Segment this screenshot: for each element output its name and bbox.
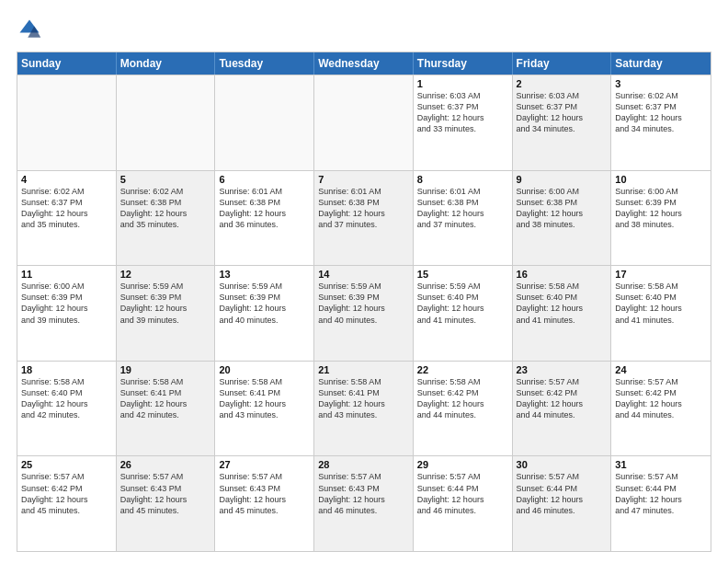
day-number: 1 (417, 78, 508, 89)
day-info: Sunrise: 5:58 AM Sunset: 6:40 PM Dayligh… (517, 281, 608, 326)
calendar-row: 4Sunrise: 6:02 AM Sunset: 6:37 PM Daylig… (17, 170, 711, 266)
day-number: 31 (615, 459, 707, 470)
day-info: Sunrise: 6:03 AM Sunset: 6:37 PM Dayligh… (517, 90, 608, 135)
day-number: 26 (120, 459, 211, 470)
calendar: SundayMondayTuesdayWednesdayThursdayFrid… (17, 52, 711, 552)
day-info: Sunrise: 6:01 AM Sunset: 6:38 PM Dayligh… (318, 186, 409, 231)
day-info: Sunrise: 5:58 AM Sunset: 6:40 PM Dayligh… (615, 281, 707, 326)
day-number: 27 (219, 459, 310, 470)
day-number: 28 (318, 459, 409, 470)
calendar-day-header: Friday (513, 52, 612, 75)
day-info: Sunrise: 5:57 AM Sunset: 6:42 PM Dayligh… (517, 376, 608, 421)
calendar-cell: 22Sunrise: 5:58 AM Sunset: 6:42 PM Dayli… (414, 362, 513, 456)
calendar-cell: 15Sunrise: 5:59 AM Sunset: 6:40 PM Dayli… (414, 266, 513, 361)
calendar-cell: 6Sunrise: 6:01 AM Sunset: 6:38 PM Daylig… (215, 171, 314, 266)
logo (17, 17, 46, 42)
calendar-cell: 18Sunrise: 5:58 AM Sunset: 6:40 PM Dayli… (17, 362, 117, 456)
calendar-cell: 10Sunrise: 6:00 AM Sunset: 6:39 PM Dayli… (611, 171, 711, 266)
calendar-cell: 2Sunrise: 6:03 AM Sunset: 6:37 PM Daylig… (513, 75, 612, 170)
calendar-header: SundayMondayTuesdayWednesdayThursdayFrid… (17, 52, 711, 75)
day-info: Sunrise: 6:02 AM Sunset: 6:37 PM Dayligh… (21, 186, 112, 231)
calendar-cell: 26Sunrise: 5:57 AM Sunset: 6:43 PM Dayli… (117, 456, 216, 551)
logo-icon (17, 17, 42, 42)
calendar-cell: 24Sunrise: 5:57 AM Sunset: 6:42 PM Dayli… (611, 362, 711, 456)
day-number: 21 (318, 364, 409, 375)
day-info: Sunrise: 5:58 AM Sunset: 6:40 PM Dayligh… (21, 376, 112, 421)
day-number: 20 (219, 364, 310, 375)
day-number: 6 (219, 174, 310, 185)
day-number: 9 (517, 174, 608, 185)
day-info: Sunrise: 5:58 AM Sunset: 6:42 PM Dayligh… (417, 376, 508, 421)
calendar-cell: 30Sunrise: 5:57 AM Sunset: 6:44 PM Dayli… (513, 456, 612, 551)
calendar-cell: 27Sunrise: 5:57 AM Sunset: 6:43 PM Dayli… (215, 456, 314, 551)
day-number: 23 (517, 364, 608, 375)
day-number: 11 (21, 269, 112, 280)
calendar-cell: 16Sunrise: 5:58 AM Sunset: 6:40 PM Dayli… (513, 266, 612, 361)
day-number: 12 (120, 269, 211, 280)
calendar-cell (314, 75, 414, 170)
day-number: 22 (417, 364, 508, 375)
day-number: 5 (120, 174, 211, 185)
day-number: 3 (615, 78, 707, 89)
day-number: 14 (318, 269, 409, 280)
calendar-day-header: Thursday (414, 52, 513, 75)
day-info: Sunrise: 6:03 AM Sunset: 6:37 PM Dayligh… (417, 90, 508, 135)
day-number: 2 (517, 78, 608, 89)
calendar-row: 1Sunrise: 6:03 AM Sunset: 6:37 PM Daylig… (17, 75, 711, 170)
calendar-cell: 4Sunrise: 6:02 AM Sunset: 6:37 PM Daylig… (17, 171, 117, 266)
calendar-cell: 17Sunrise: 5:58 AM Sunset: 6:40 PM Dayli… (611, 266, 711, 361)
day-info: Sunrise: 5:58 AM Sunset: 6:41 PM Dayligh… (120, 376, 211, 421)
calendar-cell: 29Sunrise: 5:57 AM Sunset: 6:44 PM Dayli… (414, 456, 513, 551)
calendar-cell: 21Sunrise: 5:58 AM Sunset: 6:41 PM Dayli… (314, 362, 414, 456)
calendar-day-header: Sunday (17, 52, 117, 75)
day-number: 8 (417, 174, 508, 185)
day-number: 30 (517, 459, 608, 470)
day-info: Sunrise: 5:58 AM Sunset: 6:41 PM Dayligh… (318, 376, 409, 421)
day-number: 29 (417, 459, 508, 470)
day-info: Sunrise: 5:59 AM Sunset: 6:40 PM Dayligh… (417, 281, 508, 326)
day-info: Sunrise: 5:59 AM Sunset: 6:39 PM Dayligh… (219, 281, 310, 326)
calendar-cell: 13Sunrise: 5:59 AM Sunset: 6:39 PM Dayli… (215, 266, 314, 361)
calendar-day-header: Monday (117, 52, 216, 75)
day-info: Sunrise: 5:57 AM Sunset: 6:43 PM Dayligh… (120, 471, 211, 516)
day-number: 15 (417, 269, 508, 280)
day-number: 4 (21, 174, 112, 185)
calendar-day-header: Tuesday (215, 52, 314, 75)
header (17, 17, 711, 42)
day-info: Sunrise: 6:02 AM Sunset: 6:37 PM Dayligh… (615, 90, 707, 135)
calendar-cell: 8Sunrise: 6:01 AM Sunset: 6:38 PM Daylig… (414, 171, 513, 266)
calendar-cell: 25Sunrise: 5:57 AM Sunset: 6:42 PM Dayli… (17, 456, 117, 551)
day-info: Sunrise: 5:58 AM Sunset: 6:41 PM Dayligh… (219, 376, 310, 421)
day-info: Sunrise: 6:01 AM Sunset: 6:38 PM Dayligh… (417, 186, 508, 231)
calendar-cell (117, 75, 216, 170)
day-info: Sunrise: 5:57 AM Sunset: 6:42 PM Dayligh… (615, 376, 707, 421)
day-number: 18 (21, 364, 112, 375)
page: SundayMondayTuesdayWednesdayThursdayFrid… (0, 0, 728, 563)
day-info: Sunrise: 5:59 AM Sunset: 6:39 PM Dayligh… (120, 281, 211, 326)
day-number: 13 (219, 269, 310, 280)
calendar-day-header: Saturday (611, 52, 711, 75)
calendar-row: 18Sunrise: 5:58 AM Sunset: 6:40 PM Dayli… (17, 361, 711, 456)
calendar-cell: 19Sunrise: 5:58 AM Sunset: 6:41 PM Dayli… (117, 362, 216, 456)
calendar-cell: 12Sunrise: 5:59 AM Sunset: 6:39 PM Dayli… (117, 266, 216, 361)
calendar-cell: 3Sunrise: 6:02 AM Sunset: 6:37 PM Daylig… (611, 75, 711, 170)
calendar-day-header: Wednesday (314, 52, 414, 75)
calendar-cell (17, 75, 117, 170)
calendar-cell: 28Sunrise: 5:57 AM Sunset: 6:43 PM Dayli… (314, 456, 414, 551)
day-info: Sunrise: 5:57 AM Sunset: 6:43 PM Dayligh… (318, 471, 409, 516)
calendar-cell: 14Sunrise: 5:59 AM Sunset: 6:39 PM Dayli… (314, 266, 414, 361)
day-info: Sunrise: 5:57 AM Sunset: 6:44 PM Dayligh… (417, 471, 508, 516)
day-info: Sunrise: 5:57 AM Sunset: 6:44 PM Dayligh… (517, 471, 608, 516)
day-number: 25 (21, 459, 112, 470)
calendar-cell: 9Sunrise: 6:00 AM Sunset: 6:38 PM Daylig… (513, 171, 612, 266)
calendar-body: 1Sunrise: 6:03 AM Sunset: 6:37 PM Daylig… (17, 75, 711, 551)
day-info: Sunrise: 6:00 AM Sunset: 6:39 PM Dayligh… (615, 186, 707, 231)
calendar-cell: 23Sunrise: 5:57 AM Sunset: 6:42 PM Dayli… (513, 362, 612, 456)
calendar-cell: 7Sunrise: 6:01 AM Sunset: 6:38 PM Daylig… (314, 171, 414, 266)
day-number: 24 (615, 364, 707, 375)
day-info: Sunrise: 6:00 AM Sunset: 6:39 PM Dayligh… (21, 281, 112, 326)
day-number: 16 (517, 269, 608, 280)
day-number: 10 (615, 174, 707, 185)
day-info: Sunrise: 6:01 AM Sunset: 6:38 PM Dayligh… (219, 186, 310, 231)
calendar-cell (215, 75, 314, 170)
